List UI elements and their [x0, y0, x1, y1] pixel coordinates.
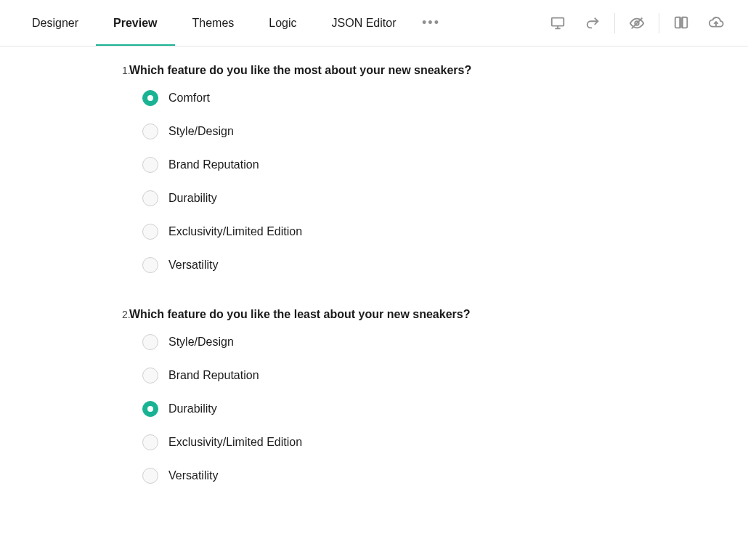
book-icon [673, 15, 689, 31]
more-menu-button[interactable]: ••• [413, 0, 448, 46]
topbar: Designer Preview Themes Logic JSON Edito… [0, 0, 748, 46]
tab-preview[interactable]: Preview [96, 0, 174, 46]
choice-label: Brand Reputation [168, 369, 259, 382]
tab-label: Preview [113, 17, 157, 30]
choice-label: Durability [168, 192, 217, 205]
radio-icon [142, 434, 158, 450]
question-title: Which feature do you like the most about… [129, 64, 471, 77]
radio-icon [142, 468, 158, 484]
choice-list: Comfort Style/Design Brand Reputation Du… [44, 90, 610, 273]
question-title-row: 2. Which feature do you like the least a… [44, 308, 610, 321]
radio-icon [142, 334, 158, 350]
choice-exclusivity[interactable]: Exclusivity/Limited Edition [142, 224, 610, 240]
svg-rect-0 [552, 17, 564, 25]
device-preview-button[interactable] [540, 0, 575, 46]
choice-style-design[interactable]: Style/Design [142, 334, 610, 350]
redo-button[interactable] [575, 0, 610, 46]
question-title: Which feature do you like the least abou… [129, 308, 470, 321]
radio-icon [142, 224, 158, 240]
choice-label: Versatility [168, 259, 218, 272]
choice-label: Comfort [168, 92, 210, 105]
choice-exclusivity[interactable]: Exclusivity/Limited Edition [142, 434, 610, 450]
choice-durability[interactable]: Durability [142, 401, 610, 417]
tab-themes[interactable]: Themes [175, 0, 252, 46]
choice-label: Durability [168, 402, 217, 415]
docs-button[interactable] [664, 0, 699, 46]
choice-versatility[interactable]: Versatility [142, 468, 610, 484]
choice-list: Style/Design Brand Reputation Durability… [44, 334, 610, 484]
question-1: 1. Which feature do you like the most ab… [44, 64, 610, 273]
question-number: 1. [44, 65, 122, 76]
tab-designer[interactable]: Designer [15, 0, 96, 46]
choice-brand-reputation[interactable]: Brand Reputation [142, 157, 610, 173]
choice-durability[interactable]: Durability [142, 190, 610, 206]
eye-off-icon [629, 15, 645, 31]
monitor-icon [550, 15, 566, 31]
upload-button[interactable] [699, 0, 733, 46]
radio-icon [142, 257, 158, 273]
choice-label: Style/Design [168, 125, 234, 138]
choice-label: Brand Reputation [168, 158, 259, 171]
question-number: 2. [44, 309, 122, 320]
divider [659, 13, 659, 33]
tab-json-editor[interactable]: JSON Editor [314, 0, 414, 46]
choice-label: Versatility [168, 469, 218, 482]
tab-label: Logic [269, 17, 296, 30]
radio-icon [142, 401, 158, 417]
redo-icon [585, 15, 601, 31]
choice-brand-reputation[interactable]: Brand Reputation [142, 368, 610, 384]
tab-label: Designer [32, 17, 78, 30]
visibility-toggle-button[interactable] [619, 0, 654, 46]
question-title-row: 1. Which feature do you like the most ab… [44, 64, 610, 77]
choice-label: Exclusivity/Limited Edition [168, 225, 302, 238]
radio-icon [142, 190, 158, 206]
tabs: Designer Preview Themes Logic JSON Edito… [15, 0, 448, 46]
radio-icon [142, 368, 158, 384]
choice-comfort[interactable]: Comfort [142, 90, 610, 106]
choice-label: Exclusivity/Limited Edition [168, 436, 302, 449]
radio-icon [142, 123, 158, 139]
survey-preview: 1. Which feature do you like the most ab… [0, 46, 654, 548]
tab-label: Themes [192, 17, 235, 30]
choice-label: Style/Design [168, 336, 234, 349]
divider [614, 13, 615, 33]
cloud-upload-icon [708, 15, 724, 31]
toolbar-icons [540, 0, 733, 46]
radio-icon [142, 90, 158, 106]
choice-versatility[interactable]: Versatility [142, 257, 610, 273]
tab-label: JSON Editor [332, 17, 397, 30]
radio-icon [142, 157, 158, 173]
ellipsis-icon: ••• [422, 15, 440, 31]
question-2: 2. Which feature do you like the least a… [44, 308, 610, 484]
tab-logic[interactable]: Logic [251, 0, 314, 46]
choice-style-design[interactable]: Style/Design [142, 123, 610, 139]
